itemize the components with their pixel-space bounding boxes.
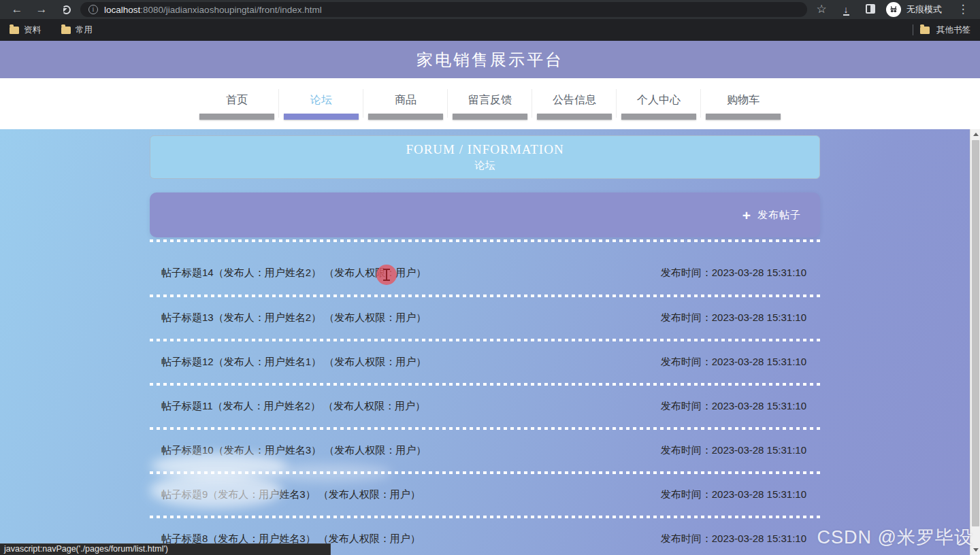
bookmark-folder-ziliao[interactable]: 资料 [10, 24, 41, 36]
post-list: 帖子标题14（发布人：用户姓名2） （发布人权限：用户） 发布时间：2023-0… [150, 239, 820, 555]
nav-label: 公告信息 [553, 93, 596, 107]
url-host: localhost [104, 5, 140, 15]
scrollbar[interactable] [970, 129, 980, 555]
main-nav: 首页 论坛 商品 留言反馈 公告信息 个人中心 购物车 [0, 78, 980, 129]
bookmark-label: 资料 [24, 24, 41, 36]
nav-label: 个人中心 [637, 93, 681, 107]
url-path: :8080/jiadianxiaoshoupingtai/front/index… [140, 5, 321, 15]
nav-underline [621, 114, 696, 120]
nav-label: 商品 [395, 93, 416, 107]
post-title: 帖子标题13（发布人：用户姓名2） （发布人权限：用户） [161, 312, 426, 324]
status-bar-link: javascript:navPage('./pages/forum/list.h… [0, 543, 331, 555]
nav-underline [537, 114, 612, 120]
csdn-watermark: CSDN @米罗毕设 [817, 525, 973, 550]
nav-underline [453, 114, 527, 120]
nav-underline [199, 114, 274, 120]
triangle-up-glyph [973, 133, 979, 136]
back-icon[interactable]: ← [7, 1, 27, 18]
nav-underline [368, 114, 443, 120]
forum-banner-zh: 论坛 [475, 159, 495, 172]
info-icon[interactable]: i [88, 5, 98, 14]
other-bookmarks[interactable]: 其他书签 [913, 24, 970, 36]
content-column: FORUM / INFORMATION 论坛 + 发布帖子 帖子标题14（发布人… [150, 129, 820, 555]
triangle-down-glyph [973, 548, 979, 552]
post-row[interactable]: 帖子标题13（发布人：用户姓名2） （发布人权限：用户） 发布时间：2023-0… [150, 297, 820, 339]
browser-toolbar: ← → i localhost:8080/jiadianxiaoshouping… [0, 0, 980, 19]
post-row[interactable]: 帖子标题11（发布人：用户姓名2） （发布人权限：用户） 发布时间：2023-0… [150, 386, 820, 427]
url-text[interactable]: localhost:8080/jiadianxiaoshoupingtai/fr… [104, 5, 322, 15]
nav-label: 购物车 [727, 93, 760, 107]
post-time: 发布时间：2023-03-28 15:31:10 [661, 444, 806, 457]
page-content: FORUM / INFORMATION 论坛 + 发布帖子 帖子标题14（发布人… [0, 129, 980, 555]
bookmark-label: 常用 [76, 24, 93, 36]
incognito-indicator: 无痕模式 [885, 2, 949, 17]
forum-banner: FORUM / INFORMATION 论坛 [150, 135, 820, 179]
post-time: 发布时间：2023-03-28 15:31:10 [661, 312, 806, 324]
download-glyph: ↓ [843, 5, 849, 16]
bookmark-star-icon[interactable]: ☆ [811, 1, 832, 18]
nav-label: 论坛 [310, 93, 332, 107]
bookmarks-divider [913, 24, 913, 35]
download-icon[interactable]: ↓ [836, 1, 856, 18]
nav-item-announcements[interactable]: 公告信息 [532, 93, 617, 120]
blur-smudge [265, 464, 391, 482]
folder-icon [920, 27, 930, 34]
bookmarks-bar: 资料 常用 其他书签 [0, 19, 980, 41]
post-title: 帖子标题11（发布人：用户姓名2） （发布人权限：用户） [161, 400, 425, 413]
side-panel-icon[interactable] [860, 1, 881, 18]
nav-label: 首页 [226, 93, 248, 107]
bookmark-folder-changyong[interactable]: 常用 [61, 24, 93, 36]
address-bar[interactable]: i localhost:8080/jiadianxiaoshoupingtai/… [80, 2, 807, 17]
post-time: 发布时间：2023-03-28 15:31:10 [661, 267, 806, 280]
nav-underline [706, 114, 781, 120]
nav-item-products[interactable]: 商品 [363, 93, 448, 120]
plus-icon: + [742, 208, 751, 222]
menu-dots-icon[interactable]: ⋮ [953, 1, 973, 18]
publish-post-button[interactable]: + 发布帖子 [150, 192, 820, 237]
other-bookmarks-label: 其他书签 [936, 24, 970, 36]
forum-banner-en: FORUM / INFORMATION [406, 142, 564, 157]
nav-item-home[interactable]: 首页 [195, 93, 279, 120]
reload-glyph [62, 5, 71, 14]
nav-item-cart[interactable]: 购物车 [701, 93, 785, 120]
nav-item-feedback[interactable]: 留言反馈 [448, 93, 532, 120]
post-time: 发布时间：2023-03-28 15:31:10 [661, 488, 806, 501]
nav-underline [284, 114, 359, 120]
site-title: 家电销售展示平台 [416, 49, 564, 71]
post-time: 发布时间：2023-03-28 15:31:10 [661, 356, 806, 369]
incognito-label: 无痕模式 [906, 3, 942, 16]
scroll-up-icon[interactable] [970, 129, 980, 139]
scrollbar-thumb[interactable] [972, 140, 979, 526]
nav-item-profile[interactable]: 个人中心 [617, 93, 701, 120]
publish-post-label: 发布帖子 [757, 209, 801, 222]
site-header: 家电销售展示平台 [0, 41, 980, 78]
post-row[interactable]: 帖子标题12（发布人：用户姓名1） （发布人权限：用户） 发布时间：2023-0… [150, 341, 820, 383]
post-title: 帖子标题12（发布人：用户姓名1） （发布人权限：用户） [161, 356, 426, 369]
forward-icon[interactable]: → [31, 1, 52, 18]
text-cursor-icon [383, 269, 390, 281]
post-time: 发布时间：2023-03-28 15:31:10 [661, 400, 806, 413]
side-panel-glyph [866, 4, 875, 14]
blur-smudge [150, 473, 282, 508]
folder-icon [61, 27, 71, 34]
nav-item-forum[interactable]: 论坛 [279, 93, 363, 120]
nav-label: 留言反馈 [468, 93, 512, 107]
post-time: 发布时间：2023-03-28 15:31:10 [661, 533, 806, 545]
incognito-icon [886, 2, 901, 17]
reload-icon[interactable] [56, 1, 76, 18]
folder-icon [10, 27, 19, 34]
post-row[interactable]: 帖子标题14（发布人：用户姓名2） （发布人权限：用户） 发布时间：2023-0… [150, 242, 820, 295]
cursor-highlight [376, 265, 397, 285]
